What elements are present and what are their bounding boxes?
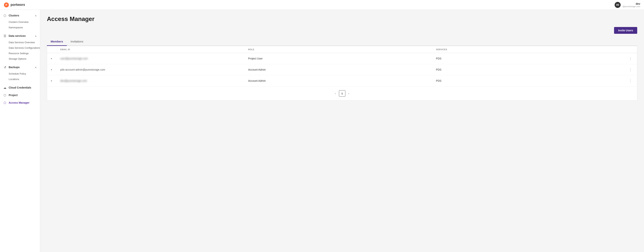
logo-text: portworx	[10, 3, 25, 7]
clusters-label: Clusters	[9, 14, 19, 17]
nav-section-clusters-header[interactable]: ⬡ Clusters ▲	[0, 12, 40, 19]
sidebar: ⬡ Clusters ▲ Clusters Overview Namespace…	[0, 10, 40, 252]
toolbar: Invite Users	[47, 27, 637, 34]
sidebar-item-project[interactable]: ⬡ Project	[0, 91, 40, 99]
user-email: @purestorage.com	[622, 5, 640, 8]
row-services-2: PDS	[436, 68, 624, 71]
sidebar-item-namespaces[interactable]: Namespaces	[0, 25, 40, 30]
row-role-2: Account Admin	[248, 68, 436, 71]
row-actions-1: ⋮	[624, 56, 633, 61]
sidebar-item-clusters-overview[interactable]: Clusters Overview	[0, 19, 40, 25]
user-name: dev	[636, 2, 640, 5]
nav-section-data-services-header[interactable]: ☰ Data services ▲	[0, 32, 40, 40]
members-table: EMAIL ID ROLE SERVICES ▾ user@purestorag…	[47, 46, 637, 101]
main-content: Access Manager Invite Users Members Invi…	[40, 10, 644, 252]
svg-text:P: P	[6, 4, 7, 7]
cloud-credentials-label: Cloud Credentials	[9, 86, 31, 89]
table-header: EMAIL ID ROLE SERVICES	[47, 46, 637, 53]
user-menu[interactable]: DE dev @purestorage.com	[614, 2, 640, 8]
row-email-2: pds-account-admin@purestorage.com	[60, 68, 248, 71]
backups-icon: ↺	[3, 65, 7, 69]
row-expand-1[interactable]: ▾	[51, 57, 60, 60]
row-menu-button-2[interactable]: ⋮	[628, 67, 633, 72]
row-menu-button-3[interactable]: ⋮	[628, 78, 633, 83]
row-email-3: dev@purestorage.com	[60, 79, 248, 82]
row-actions-2: ⋮	[624, 67, 633, 72]
row-actions-3: ⋮	[624, 78, 633, 83]
backups-chevron: ▲	[35, 66, 37, 69]
sidebar-item-data-services-configs[interactable]: Data Services Configurations	[0, 45, 40, 51]
portworx-logo-icon: P	[4, 2, 9, 8]
cloud-credentials-icon: ☁	[3, 86, 7, 89]
tab-invitations[interactable]: Invitations	[67, 38, 87, 46]
topbar: P portworx DE dev @purestorage.com	[0, 0, 644, 10]
col-header-email: EMAIL ID	[60, 48, 248, 51]
invite-users-button[interactable]: Invite Users	[614, 27, 637, 34]
nav-section-backups: ↺ Backups ▲ Schedule Policy Locations	[0, 63, 40, 83]
table-row: ▾ pds-account-admin@purestorage.com Acco…	[47, 64, 637, 75]
row-role-1: Project User	[248, 57, 436, 60]
row-expand-2[interactable]: ▾	[51, 68, 60, 71]
clusters-sub-items: Clusters Overview Namespaces	[0, 19, 40, 31]
row-email-1: user@purestorage.com	[60, 57, 248, 60]
sidebar-item-schedule-policy[interactable]: Schedule Policy	[0, 71, 40, 76]
sidebar-item-resource-settings[interactable]: Resource Settings	[0, 51, 40, 56]
backups-label: Backups	[9, 66, 20, 69]
access-manager-icon: ⬡	[3, 101, 7, 104]
table-row: ▾ dev@purestorage.com Account Admin PDS …	[47, 75, 637, 86]
tabs: Members Invitations	[47, 38, 637, 46]
sidebar-item-data-services-overview[interactable]: Data Services Overview	[0, 40, 40, 45]
row-services-3: PDS	[436, 79, 624, 82]
data-services-label: Data services	[9, 34, 26, 37]
sidebar-item-cloud-credentials[interactable]: ☁ Cloud Credentials	[0, 84, 40, 91]
row-services-1: PDS	[436, 57, 624, 60]
nav-section-clusters: ⬡ Clusters ▲ Clusters Overview Namespace…	[0, 12, 40, 31]
clusters-chevron: ▲	[35, 14, 37, 17]
data-services-icon: ☰	[3, 34, 7, 38]
row-expand-3[interactable]: ▾	[51, 79, 60, 82]
page-number-1[interactable]: 1	[339, 90, 345, 97]
prev-page-button[interactable]: ‹	[333, 91, 337, 96]
col-header-expand	[51, 48, 60, 51]
col-header-services: SERVICES	[436, 48, 624, 51]
pagination: ‹ 1 ›	[47, 86, 637, 100]
project-label: Project	[9, 94, 18, 97]
sidebar-item-locations[interactable]: Locations	[0, 76, 40, 82]
page-title: Access Manager	[47, 16, 637, 23]
clusters-icon: ⬡	[3, 14, 7, 17]
tab-members[interactable]: Members	[47, 38, 67, 46]
logo: P portworx	[4, 2, 25, 8]
next-page-button[interactable]: ›	[347, 91, 351, 96]
access-manager-label: Access Manager	[9, 101, 30, 104]
row-menu-button-1[interactable]: ⋮	[628, 56, 633, 61]
project-icon: ⬡	[3, 93, 7, 97]
nav-section-backups-header[interactable]: ↺ Backups ▲	[0, 63, 40, 71]
sidebar-item-access-manager[interactable]: ⬡ Access Manager	[0, 99, 40, 106]
table-row: ▾ user@purestorage.com Project User PDS …	[47, 53, 637, 64]
nav-section-data-services: ☰ Data services ▲ Data Services Overview…	[0, 32, 40, 63]
data-services-chevron: ▲	[35, 35, 37, 37]
user-avatar: DE	[614, 2, 621, 8]
col-header-actions	[624, 48, 633, 51]
row-role-3: Account Admin	[248, 79, 436, 82]
user-details: dev @purestorage.com	[622, 2, 640, 8]
col-header-role: ROLE	[248, 48, 436, 51]
data-services-sub-items: Data Services Overview Data Services Con…	[0, 40, 40, 63]
backups-sub-items: Schedule Policy Locations	[0, 71, 40, 83]
layout: ⬡ Clusters ▲ Clusters Overview Namespace…	[0, 10, 644, 252]
sidebar-item-storage-options[interactable]: Storage Options	[0, 56, 40, 62]
